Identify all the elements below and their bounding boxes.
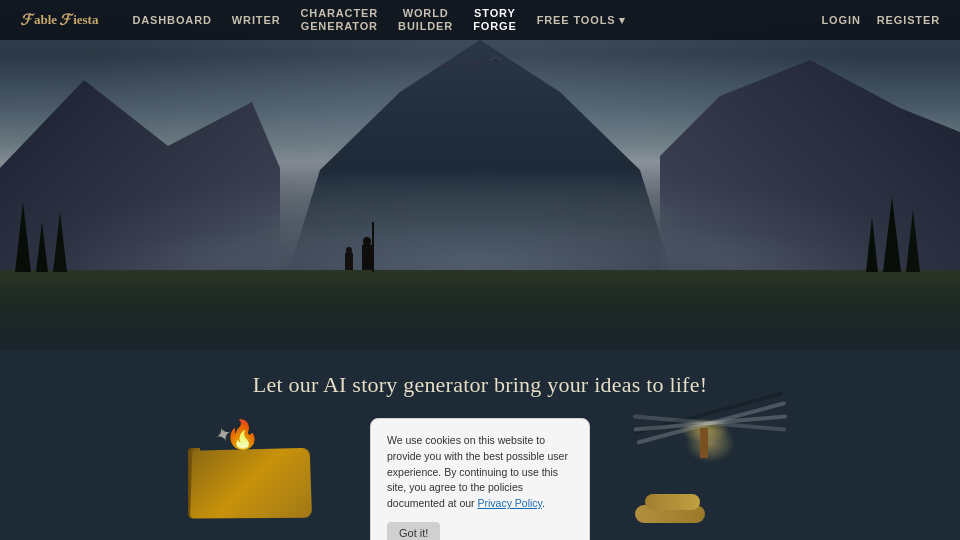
figure-small bbox=[345, 247, 353, 270]
tree-icon bbox=[883, 197, 901, 272]
navbar: ℱ able ℱiesta DASHBOARD WRITER CHARACTER… bbox=[0, 0, 960, 40]
nav-right: LOGIN REGISTER bbox=[821, 10, 940, 30]
nav-dashboard[interactable]: DASHBOARD bbox=[132, 10, 211, 30]
tree-icon bbox=[906, 210, 920, 272]
cards-row: 🔥 ✦ We use cookies on this website to pr… bbox=[0, 418, 960, 540]
cookie-period: . bbox=[542, 497, 545, 509]
nav-writer[interactable]: WRITER bbox=[232, 10, 281, 30]
logo-f2: ℱ bbox=[59, 11, 71, 29]
site-logo[interactable]: ℱ able ℱiesta bbox=[20, 11, 98, 29]
nav-story-line1: STORY bbox=[474, 7, 516, 19]
hero-section bbox=[0, 0, 960, 360]
nav-free-tools[interactable]: FREE TOOLS ▾ bbox=[537, 10, 627, 31]
cookie-text: We use cookies on this website to provid… bbox=[387, 433, 573, 512]
tree-icon bbox=[53, 212, 67, 272]
logo-iesta: iesta bbox=[73, 12, 98, 28]
logo-f1: ℱ bbox=[20, 11, 32, 29]
nav-world-builder[interactable]: WORLD BUILDER bbox=[398, 3, 453, 37]
tagline: Let our AI story generator bring your id… bbox=[253, 372, 707, 398]
nav-login[interactable]: LOGIN bbox=[821, 10, 860, 30]
figure-main bbox=[362, 237, 372, 270]
scrolls-illustration bbox=[630, 418, 790, 528]
tree-trunk bbox=[700, 428, 708, 458]
nav-character-line1: CHARACTER bbox=[301, 7, 379, 19]
nav-character-line2: GENERATOR bbox=[301, 20, 378, 32]
book-cover bbox=[190, 448, 312, 519]
birds-group bbox=[430, 52, 550, 86]
scroll-horizontal-2 bbox=[645, 494, 700, 510]
nav-story-line2: FORGE bbox=[473, 20, 517, 32]
lower-section: Let our AI story generator bring your id… bbox=[0, 350, 960, 540]
book-illustration: 🔥 ✦ bbox=[170, 418, 330, 528]
nav-story-forge[interactable]: STORY FORGE bbox=[473, 3, 517, 37]
cookie-popup: We use cookies on this website to provid… bbox=[370, 418, 590, 540]
trees-left bbox=[15, 202, 67, 272]
trees-right bbox=[866, 197, 920, 272]
nav-world-line1: WORLD bbox=[403, 7, 449, 19]
birds-svg bbox=[430, 52, 550, 82]
nav-character-generator[interactable]: CHARACTER GENERATOR bbox=[301, 3, 379, 37]
nav-items: DASHBOARD WRITER CHARACTER GENERATOR WOR… bbox=[132, 3, 797, 37]
privacy-policy-link[interactable]: Privacy Policy bbox=[477, 497, 542, 509]
logo-able: able bbox=[34, 12, 57, 28]
tree-icon bbox=[866, 217, 878, 272]
hero-fade bbox=[0, 280, 960, 360]
nav-register[interactable]: REGISTER bbox=[877, 10, 940, 30]
tree-icon bbox=[36, 222, 48, 272]
tree-icon bbox=[15, 202, 31, 272]
cookie-accept-button[interactable]: Got it! bbox=[387, 522, 440, 540]
nav-world-line2: BUILDER bbox=[398, 20, 453, 32]
